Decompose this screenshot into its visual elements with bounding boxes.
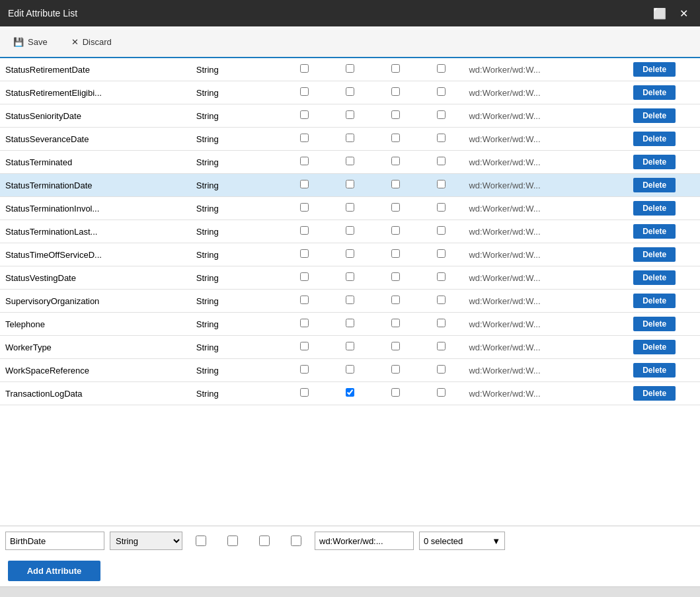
discard-button[interactable]: ✕ Discard bbox=[66, 34, 117, 50]
add-attribute-button[interactable]: Add Attribute bbox=[8, 561, 100, 581]
row-cb2[interactable] bbox=[327, 174, 373, 197]
delete-button[interactable]: Delete bbox=[633, 363, 676, 378]
row-cb1[interactable] bbox=[282, 81, 327, 104]
row-cb2[interactable] bbox=[327, 243, 373, 266]
delete-button[interactable]: Delete bbox=[633, 178, 676, 192]
row-cb2[interactable] bbox=[327, 290, 373, 313]
row-cb3[interactable] bbox=[373, 290, 418, 313]
row-cb1[interactable] bbox=[282, 243, 327, 266]
row-cb2[interactable] bbox=[327, 382, 373, 405]
row-cb2[interactable] bbox=[327, 104, 373, 128]
new-cb4[interactable] bbox=[291, 536, 301, 546]
row-cb3[interactable] bbox=[373, 128, 418, 151]
row-delete[interactable]: Delete bbox=[609, 382, 700, 405]
new-cb2[interactable] bbox=[227, 536, 238, 546]
row-cb1[interactable] bbox=[282, 151, 327, 174]
row-cb1[interactable] bbox=[282, 220, 327, 243]
row-delete[interactable]: Delete bbox=[609, 243, 700, 266]
row-cb1[interactable] bbox=[282, 174, 327, 197]
delete-button[interactable]: Delete bbox=[633, 340, 676, 354]
selected-dropdown[interactable]: 0 selected ▼ bbox=[419, 532, 505, 550]
delete-button[interactable]: Delete bbox=[633, 270, 676, 285]
maximize-button[interactable]: ⬜ bbox=[649, 6, 670, 21]
row-cb4[interactable] bbox=[418, 58, 464, 81]
row-delete[interactable]: Delete bbox=[609, 174, 700, 197]
delete-button[interactable]: Delete bbox=[633, 201, 676, 216]
row-cb4[interactable] bbox=[418, 81, 464, 104]
row-cb3[interactable] bbox=[373, 81, 418, 104]
row-cb3[interactable] bbox=[373, 174, 418, 197]
row-cb1[interactable] bbox=[282, 104, 327, 128]
row-cb3[interactable] bbox=[373, 336, 418, 359]
row-delete[interactable]: Delete bbox=[609, 128, 700, 151]
row-delete[interactable]: Delete bbox=[609, 197, 700, 220]
row-cb3[interactable] bbox=[373, 58, 418, 81]
row-cb3[interactable] bbox=[373, 382, 418, 405]
row-cb1[interactable] bbox=[282, 290, 327, 313]
row-cb3[interactable] bbox=[373, 359, 418, 382]
row-cb4[interactable] bbox=[418, 104, 464, 128]
row-cb1[interactable] bbox=[282, 359, 327, 382]
row-delete[interactable]: Delete bbox=[609, 359, 700, 382]
row-cb2[interactable] bbox=[327, 81, 373, 104]
row-cb1[interactable] bbox=[282, 336, 327, 359]
row-cb1[interactable] bbox=[282, 128, 327, 151]
new-cb1[interactable] bbox=[196, 536, 206, 546]
row-cb3[interactable] bbox=[373, 151, 418, 174]
row-cb1[interactable] bbox=[282, 313, 327, 336]
row-cb2[interactable] bbox=[327, 313, 373, 336]
row-cb2[interactable] bbox=[327, 266, 373, 290]
delete-button[interactable]: Delete bbox=[633, 294, 676, 308]
delete-button[interactable]: Delete bbox=[633, 62, 676, 77]
row-cb2[interactable] bbox=[327, 151, 373, 174]
row-delete[interactable]: Delete bbox=[609, 313, 700, 336]
row-cb2[interactable] bbox=[327, 336, 373, 359]
row-delete[interactable]: Delete bbox=[609, 58, 700, 81]
row-cb2[interactable] bbox=[327, 359, 373, 382]
delete-button[interactable]: Delete bbox=[633, 155, 676, 169]
delete-button[interactable]: Delete bbox=[633, 386, 676, 401]
delete-button[interactable]: Delete bbox=[633, 224, 676, 239]
row-cb4[interactable] bbox=[418, 220, 464, 243]
row-delete[interactable]: Delete bbox=[609, 151, 700, 174]
row-cb4[interactable] bbox=[418, 243, 464, 266]
row-cb2[interactable] bbox=[327, 58, 373, 81]
new-type-select[interactable]: StringIntegerBooleanDateFloat bbox=[110, 532, 182, 550]
row-cb4[interactable] bbox=[418, 359, 464, 382]
row-cb4[interactable] bbox=[418, 197, 464, 220]
row-cb3[interactable] bbox=[373, 197, 418, 220]
row-delete[interactable]: Delete bbox=[609, 336, 700, 359]
table-scroll[interactable]: StatusRetirementDate String wd:Worker/wd… bbox=[0, 58, 700, 526]
delete-button[interactable]: Delete bbox=[633, 85, 676, 100]
row-cb3[interactable] bbox=[373, 220, 418, 243]
row-cb4[interactable] bbox=[418, 174, 464, 197]
row-cb3[interactable] bbox=[373, 313, 418, 336]
row-cb3[interactable] bbox=[373, 104, 418, 128]
row-cb4[interactable] bbox=[418, 266, 464, 290]
row-cb3[interactable] bbox=[373, 266, 418, 290]
row-cb4[interactable] bbox=[418, 382, 464, 405]
row-cb4[interactable] bbox=[418, 313, 464, 336]
row-cb1[interactable] bbox=[282, 382, 327, 405]
row-cb2[interactable] bbox=[327, 128, 373, 151]
row-cb1[interactable] bbox=[282, 266, 327, 290]
delete-button[interactable]: Delete bbox=[633, 317, 676, 331]
save-button[interactable]: 💾 Save bbox=[8, 34, 53, 50]
new-cb3[interactable] bbox=[259, 536, 270, 546]
row-cb4[interactable] bbox=[418, 336, 464, 359]
row-delete[interactable]: Delete bbox=[609, 266, 700, 290]
delete-button[interactable]: Delete bbox=[633, 247, 676, 262]
row-delete[interactable]: Delete bbox=[609, 220, 700, 243]
row-delete[interactable]: Delete bbox=[609, 81, 700, 104]
row-cb1[interactable] bbox=[282, 197, 327, 220]
row-delete[interactable]: Delete bbox=[609, 290, 700, 313]
new-attribute-name[interactable] bbox=[5, 532, 104, 550]
new-path-input[interactable] bbox=[315, 532, 414, 550]
horizontal-scrollbar[interactable] bbox=[0, 586, 700, 597]
row-cb2[interactable] bbox=[327, 220, 373, 243]
row-cb4[interactable] bbox=[418, 128, 464, 151]
row-cb4[interactable] bbox=[418, 290, 464, 313]
delete-button[interactable]: Delete bbox=[633, 132, 676, 146]
close-button[interactable]: ✕ bbox=[676, 6, 692, 21]
row-cb1[interactable] bbox=[282, 58, 327, 81]
